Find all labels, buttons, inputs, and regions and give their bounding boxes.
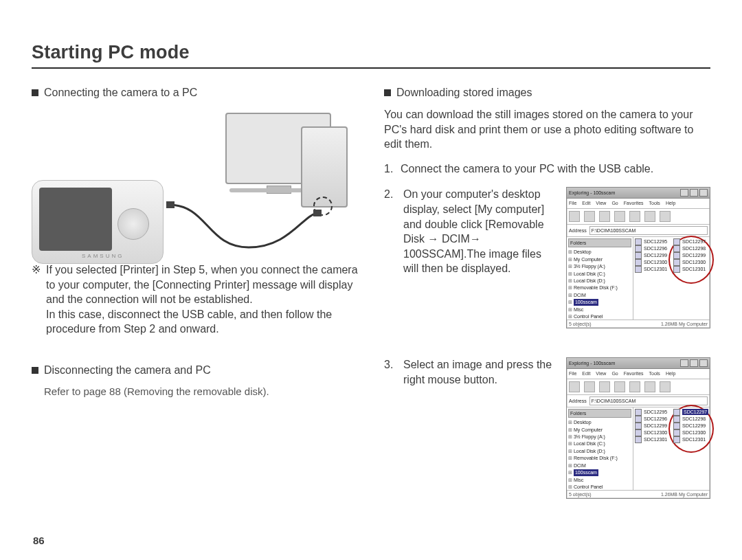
tree-item[interactable]: My Computer	[568, 256, 631, 263]
tree-item[interactable]: 100sscam	[568, 299, 631, 306]
section-connecting-title: Connecting the camera to a PC	[44, 85, 197, 100]
file-icon	[635, 429, 642, 436]
file-icon	[673, 252, 680, 259]
file-icon	[635, 409, 642, 416]
file-item[interactable]: SDC12295	[635, 409, 667, 416]
menu-item[interactable]: Tools	[649, 370, 660, 377]
file-icon	[635, 252, 642, 259]
file-icon	[673, 259, 680, 266]
window-buttons[interactable]	[680, 189, 708, 197]
file-item[interactable]: SDC12301	[673, 266, 706, 273]
window-buttons[interactable]	[680, 359, 708, 367]
tree-item[interactable]: My Computer	[568, 427, 631, 434]
menu-bar[interactable]: FileEditViewGoFavoritesToolsHelp	[567, 369, 710, 379]
menu-item[interactable]: File	[569, 370, 576, 377]
tree-item[interactable]: Removable Disk (F:)	[568, 455, 631, 462]
tree-item[interactable]: Local Disk (C:)	[568, 271, 631, 278]
menu-item[interactable]: Edit	[582, 200, 590, 206]
disconnecting-sub: Refer to page 88 (Removing the removable…	[44, 385, 358, 399]
menu-item[interactable]: Tools	[649, 200, 660, 206]
section-downloading: Downloading stored images	[384, 85, 710, 100]
file-icon	[635, 423, 642, 429]
folder-tree[interactable]: Folders DesktopMy Computer3½ Floppy (A:)…	[567, 407, 633, 490]
file-item[interactable]: SDC12299	[635, 423, 667, 429]
file-list[interactable]: SDC12295SDC12296SDC12299SDC12300SDC12301…	[633, 407, 710, 490]
tree-item[interactable]: 100sscam	[568, 469, 631, 476]
tree-item[interactable]: DCIM	[568, 462, 631, 469]
tree-header: Folders	[568, 409, 631, 418]
file-item[interactable]: SDC12300	[673, 259, 706, 266]
tree-item[interactable]: Local Disk (C:)	[568, 440, 631, 447]
file-item[interactable]: SDC12299	[673, 252, 706, 259]
section-downloading-title: Downloading stored images	[396, 85, 532, 100]
tree-item[interactable]: Local Disk (D:)	[568, 278, 631, 284]
tree-item[interactable]: Local Disk (D:)	[568, 448, 631, 455]
file-item[interactable]: SDC12297	[673, 409, 708, 416]
status-bar: 5 object(s)1.26MB My Computer	[567, 320, 710, 328]
address-field[interactable]: F:\DCIM\100SSCAM	[589, 396, 708, 405]
file-icon	[673, 436, 680, 443]
tree-item[interactable]: Misc	[568, 477, 631, 484]
tree-item[interactable]: Misc	[568, 306, 631, 313]
tree-item[interactable]: 3½ Floppy (A:)	[568, 434, 631, 440]
address-label: Address	[569, 398, 587, 404]
pc-tower-icon	[301, 126, 348, 208]
bullet-square	[32, 89, 38, 96]
bullet-square	[384, 89, 391, 96]
file-item[interactable]: SDC12301	[635, 436, 667, 443]
camera-brand-label: SAMSUNG	[82, 253, 124, 260]
address-bar[interactable]: Address F:\DCIM\100SSCAM	[567, 225, 710, 237]
menu-item[interactable]: Edit	[582, 370, 590, 377]
file-item[interactable]: SDC12301	[635, 266, 667, 273]
step-2-text: On your computer's desktop display, sele…	[403, 187, 559, 276]
page-number: 86	[33, 534, 45, 548]
tree-item[interactable]: Removable Disk (F:)	[568, 284, 631, 291]
illustration-camera-pc: SAMSUNG	[32, 107, 358, 251]
file-item[interactable]: SDC12299	[673, 423, 708, 429]
printer-note: ※ If you selected [Printer] in Step 5, w…	[32, 262, 358, 337]
toolbar[interactable]	[567, 379, 710, 395]
file-item[interactable]: SDC12297	[673, 238, 706, 245]
explorer-window: Exploring - 100sscam FileEditViewGoFavor…	[566, 187, 710, 328]
address-label: Address	[569, 227, 587, 234]
tree-item[interactable]: Control Panel	[568, 313, 631, 320]
file-item[interactable]: SDC12296	[635, 245, 667, 252]
folder-tree[interactable]: Folders DesktopMy Computer3½ Floppy (A:)…	[567, 237, 633, 320]
file-item[interactable]: SDC12298	[673, 416, 708, 423]
file-icon	[673, 245, 680, 252]
file-list[interactable]: SDC12295SDC12296SDC12299SDC12300SDC12301…	[633, 237, 710, 320]
menu-item[interactable]: Help	[666, 200, 675, 206]
step-3-text: Select an image and press the right mous…	[403, 357, 559, 387]
menu-item[interactable]: Go	[611, 370, 618, 377]
file-item[interactable]: SDC12295	[635, 238, 667, 245]
tree-item[interactable]: Control Panel	[568, 484, 631, 490]
tree-item[interactable]: DCIM	[568, 292, 631, 299]
address-bar[interactable]: Address F:\DCIM\100SSCAM	[567, 395, 710, 407]
file-item[interactable]: SDC12300	[635, 429, 667, 436]
menu-item[interactable]: View	[596, 370, 606, 377]
menu-bar[interactable]: FileEditViewGoFavoritesToolsHelp	[567, 199, 710, 208]
menu-item[interactable]: Help	[666, 370, 675, 377]
menu-item[interactable]: Favorites	[624, 370, 644, 377]
toolbar[interactable]	[567, 209, 710, 225]
file-item[interactable]: SDC12300	[635, 259, 667, 266]
file-icon	[635, 416, 642, 423]
step-1-text: Connect the camera to your PC with the U…	[401, 161, 653, 177]
menu-item[interactable]: Go	[611, 200, 618, 206]
address-field[interactable]: F:\DCIM\100SSCAM	[589, 226, 708, 235]
menu-item[interactable]: File	[569, 200, 576, 206]
file-item[interactable]: SDC12301	[673, 436, 708, 443]
window-title: Exploring - 100sscam	[569, 360, 615, 366]
file-item[interactable]: SDC12298	[673, 245, 706, 252]
tree-item[interactable]: Desktop	[568, 249, 631, 256]
step-number: 3.	[384, 357, 396, 372]
window-title: Exploring - 100sscam	[569, 190, 615, 196]
menu-item[interactable]: View	[596, 200, 606, 206]
file-item[interactable]: SDC12299	[635, 252, 667, 259]
file-icon	[673, 429, 680, 436]
tree-item[interactable]: Desktop	[568, 419, 631, 426]
menu-item[interactable]: Favorites	[624, 200, 644, 206]
file-item[interactable]: SDC12300	[673, 429, 708, 436]
tree-item[interactable]: 3½ Floppy (A:)	[568, 263, 631, 270]
file-item[interactable]: SDC12296	[635, 416, 667, 423]
